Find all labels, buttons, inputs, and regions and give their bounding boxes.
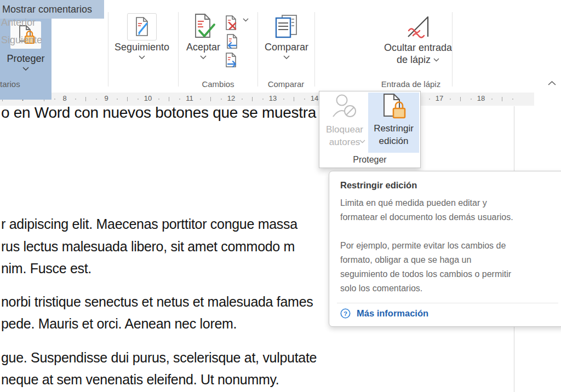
help-icon: ? — [340, 308, 351, 319]
ruler-tick — [127, 97, 128, 101]
ruler-tick — [429, 99, 430, 100]
restrict-editing-menu-item[interactable]: Restringir edición — [368, 93, 419, 153]
ruler-tick — [169, 97, 169, 101]
ruler-number: 17 — [436, 94, 443, 102]
ruler-tick — [158, 99, 159, 100]
ink-group-label: Entrada de lápiz — [378, 79, 444, 89]
next-change-icon — [224, 52, 239, 68]
ruler-tick — [294, 97, 294, 101]
word-window: Revisar Vista Ayuda Acrobat Compartir An… — [0, 0, 561, 392]
document-text-line: nim. Fusce est. — [1, 261, 91, 276]
ruler-tick — [96, 99, 97, 100]
ruler-tick — [283, 99, 284, 100]
ruler-tick — [179, 99, 180, 100]
ruler-tick — [471, 99, 472, 100]
show-comments-button[interactable]: Mostrar comentarios — [0, 0, 104, 19]
document-text-line: pede. Mauris et orci. Aenean nec lorem. — [1, 316, 237, 332]
ruler-number: 10 — [144, 94, 152, 102]
collapse-ribbon-icon[interactable] — [547, 80, 557, 86]
ruler-tick — [75, 99, 76, 100]
protect-dropdown-menu: Bloquear autores Restringir edición Prot… — [319, 91, 421, 168]
svg-text:?: ? — [344, 310, 347, 317]
next-comment-button[interactable]: Siguiente — [1, 34, 42, 46]
ruler-tick — [54, 99, 55, 100]
track-changes-button[interactable]: Seguimiento — [113, 12, 170, 59]
compare-group-label: Comparar — [257, 79, 314, 89]
group-separator — [108, 12, 108, 87]
ruler-tick — [242, 99, 243, 100]
chevron-down-icon — [22, 67, 29, 71]
group-separator — [314, 12, 315, 87]
ruler-number: 8 — [62, 94, 66, 102]
accept-icon — [191, 12, 216, 42]
tooltip-paragraph: Por ejemplo, permite evitar los cambios … — [340, 239, 554, 296]
ruler-tick — [304, 99, 305, 100]
compare-button[interactable]: Comparar — [262, 12, 311, 59]
restrict-editing-tooltip: Restringir edición Limita en qué medida … — [329, 171, 561, 327]
ruler-tick — [85, 97, 86, 101]
protect-menu-group-label: Proteger — [319, 155, 420, 165]
document-heading-line: o en Word con nuevos botones que se mues… — [1, 104, 316, 122]
chevron-down-icon — [283, 55, 290, 59]
ruler-tick — [502, 97, 502, 101]
document-text-line: r adipiscing elit. Maecenas porttitor co… — [1, 216, 297, 232]
track-changes-icon — [127, 13, 157, 41]
ruler-tick — [460, 97, 461, 101]
ruler-tick — [138, 99, 139, 100]
previous-comment-button[interactable]: Anterior — [1, 17, 36, 28]
ribbon: Anterior Siguiente Mostrar comentarios t… — [0, 0, 561, 92]
ruler-number: 12 — [227, 94, 235, 102]
document-text-line: gue. Suspendisse dui purus, scelerisque … — [1, 350, 317, 366]
chevron-down-icon — [200, 55, 207, 59]
changes-group-label: Cambios — [181, 79, 255, 89]
restrict-editing-icon — [382, 93, 406, 121]
ruler-tick — [117, 99, 118, 100]
block-authors-icon — [331, 93, 358, 122]
ruler-tick — [512, 99, 513, 100]
reject-icon — [224, 15, 239, 31]
chevron-down-icon — [433, 58, 439, 62]
ruler-tick — [450, 99, 451, 100]
tooltip-title: Restringir edición — [340, 180, 554, 191]
ruler-tick — [221, 99, 222, 100]
ruler-number: 18 — [477, 94, 485, 102]
tooltip-divider — [337, 303, 558, 303]
reject-chevron-icon[interactable] — [243, 18, 249, 22]
ruler-tick — [252, 97, 253, 101]
previous-change-icon — [224, 33, 239, 49]
accept-button[interactable]: Aceptar — [182, 12, 225, 59]
compare-icon — [273, 12, 300, 42]
ruler-tick — [210, 97, 211, 101]
group-separator — [257, 12, 258, 87]
document-text-line: norbi tristique senectus et netus et mal… — [1, 294, 313, 310]
learn-more-link[interactable]: ? Más información — [340, 308, 428, 319]
hide-ink-icon — [405, 12, 431, 42]
reject-button[interactable] — [222, 14, 240, 31]
chevron-down-icon — [359, 140, 365, 143]
ruler-tick — [262, 99, 264, 100]
comments-group-label: tarios — [0, 79, 28, 89]
previous-change-button[interactable] — [222, 33, 240, 49]
block-authors-menu-item[interactable]: Bloquear autores — [321, 93, 368, 153]
ruler-number: 11 — [186, 94, 193, 102]
group-separator — [452, 12, 453, 87]
hide-ink-button[interactable]: Ocultar entrada de lápiz — [383, 12, 453, 66]
ruler-tick — [491, 99, 493, 100]
document-text-line: rus lectus malesuada libero, sit amet co… — [1, 239, 295, 255]
chevron-down-icon — [139, 55, 145, 59]
document-text-line: neque at sem venenatis eleifend. Ut nonu… — [1, 372, 279, 388]
ruler-number: 14 — [311, 94, 318, 102]
group-separator — [178, 12, 179, 87]
ruler-number: 9 — [104, 94, 108, 102]
tooltip-paragraph: Limita en qué medida pueden editar y for… — [340, 196, 554, 224]
ruler-number: 13 — [269, 94, 277, 102]
next-change-button[interactable] — [222, 51, 240, 68]
ruler-tick — [200, 99, 201, 100]
